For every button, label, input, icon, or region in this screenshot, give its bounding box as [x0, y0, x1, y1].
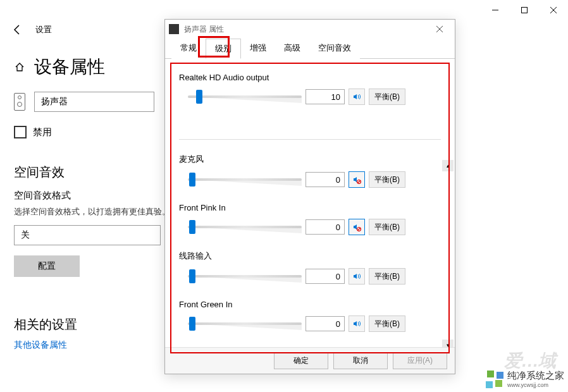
- volume-value-input[interactable]: [306, 269, 345, 284]
- scrollbar-up-button[interactable]: ▴: [442, 160, 454, 171]
- tab-spatial[interactable]: 空间音效: [309, 39, 360, 59]
- config-button[interactable]: 配置: [14, 255, 80, 277]
- volume-slider[interactable]: [188, 173, 302, 187]
- tab-general[interactable]: 常规: [171, 39, 206, 59]
- watermark-text: 纯净系统之家: [507, 370, 564, 382]
- channel-label: Front Green In: [179, 300, 441, 309]
- balance-button[interactable]: 平衡(B): [369, 315, 405, 332]
- slider-thumb[interactable]: [189, 317, 195, 331]
- slider-thumb[interactable]: [189, 173, 195, 187]
- device-name-field[interactable]: 扬声器: [34, 92, 154, 112]
- volume-value-input[interactable]: [306, 89, 345, 104]
- speaker-icon: [14, 93, 25, 111]
- volume-value-input[interactable]: [306, 219, 345, 235]
- channel-label: 线路输入: [179, 250, 441, 262]
- volume-slider[interactable]: [188, 317, 302, 331]
- slider-thumb[interactable]: [189, 269, 195, 283]
- tab-enhance[interactable]: 增强: [241, 39, 275, 59]
- tab-level[interactable]: 级别: [206, 39, 241, 59]
- disable-label: 禁用: [33, 126, 52, 138]
- close-button[interactable]: [539, 0, 568, 20]
- apply-button[interactable]: 应用(A): [393, 353, 447, 369]
- settings-breadcrumb: 设置: [35, 24, 52, 35]
- channel-label: Realtek HD Audio output: [179, 73, 441, 82]
- balance-button[interactable]: 平衡(B): [369, 171, 405, 188]
- dialog-close-button[interactable]: [428, 21, 451, 37]
- home-icon[interactable]: [14, 61, 25, 73]
- balance-button[interactable]: 平衡(B): [369, 89, 405, 105]
- mute-button[interactable]: [349, 89, 365, 105]
- balance-button[interactable]: 平衡(B): [369, 219, 405, 235]
- watermark: 纯净系统之家 www.ycwsjj.com: [486, 370, 564, 388]
- minimize-button[interactable]: [481, 0, 510, 20]
- disable-checkbox[interactable]: [14, 126, 27, 138]
- channel-label: 麦克风: [179, 154, 441, 165]
- back-arrow-icon[interactable]: [11, 23, 24, 36]
- slider-thumb[interactable]: [189, 220, 195, 234]
- channel-label: Front Pink In: [179, 203, 441, 212]
- dialog-icon: [169, 24, 179, 34]
- volume-slider[interactable]: [188, 269, 302, 283]
- mute-button[interactable]: [349, 219, 365, 235]
- page-title: 设备属性: [34, 55, 105, 79]
- spatial-dropdown[interactable]: 关: [14, 225, 161, 245]
- svg-rect-1: [522, 8, 528, 13]
- volume-slider[interactable]: [188, 220, 302, 234]
- watermark-sub: www.ycwsjj.com: [507, 382, 564, 388]
- volume-value-input[interactable]: [306, 172, 345, 187]
- volume-value-input[interactable]: [306, 316, 345, 331]
- properties-dialog: 扬声器 属性 常规 级别 增强 高级 空间音效 Realtek HD Audio…: [164, 19, 455, 374]
- dialog-title: 扬声器 属性: [184, 24, 428, 35]
- window-titlebar: [0, 0, 568, 20]
- mute-button[interactable]: [349, 315, 365, 332]
- mute-button[interactable]: [349, 171, 365, 188]
- balance-button[interactable]: 平衡(B): [369, 268, 405, 285]
- svg-line-9: [358, 228, 361, 231]
- tab-row: 常规 级别 增强 高级 空间音效: [165, 39, 455, 59]
- tab-advanced[interactable]: 高级: [275, 39, 309, 59]
- volume-slider[interactable]: [188, 90, 302, 104]
- watermark-logo-icon: [486, 371, 503, 388]
- mute-button[interactable]: [349, 268, 365, 285]
- maximize-button[interactable]: [510, 0, 539, 20]
- cancel-button[interactable]: 取消: [333, 353, 388, 369]
- slider-thumb[interactable]: [196, 90, 202, 104]
- svg-line-7: [358, 181, 361, 183]
- ok-button[interactable]: 确定: [274, 353, 328, 369]
